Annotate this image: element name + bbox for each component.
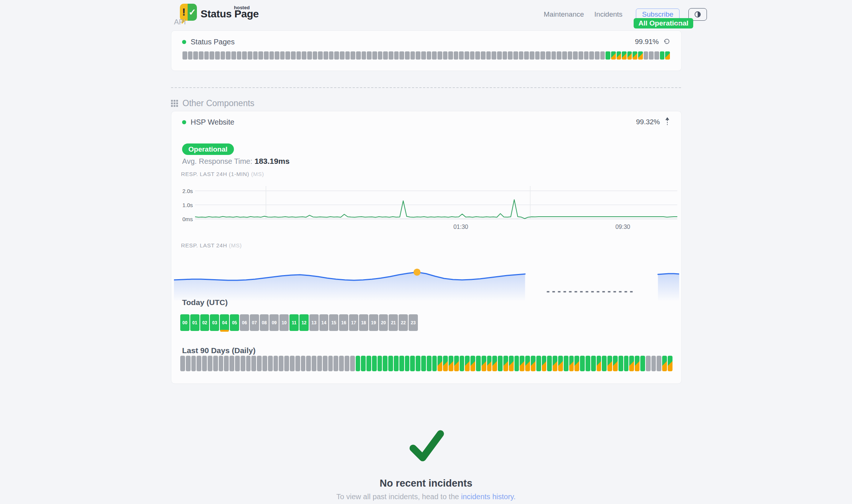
daily-bar[interactable] xyxy=(629,356,634,371)
uptime-bar[interactable] xyxy=(221,51,225,60)
daily-bar[interactable] xyxy=(597,356,601,371)
uptime-bar[interactable] xyxy=(557,51,561,60)
daily-bar[interactable] xyxy=(317,356,322,371)
incidents-history-link[interactable]: incidents history. xyxy=(461,493,516,501)
daily-bar[interactable] xyxy=(345,356,349,371)
daily-bar[interactable] xyxy=(235,356,240,371)
uptime-bar[interactable] xyxy=(459,51,464,60)
daily-bar[interactable] xyxy=(668,356,672,371)
daily-bar[interactable] xyxy=(229,356,234,371)
uptime-bar[interactable] xyxy=(345,51,350,60)
daily-bar[interactable] xyxy=(432,356,437,371)
uptime-bar[interactable] xyxy=(421,51,426,60)
uptime-bar[interactable] xyxy=(654,51,659,60)
daily-bar[interactable] xyxy=(503,356,508,371)
daily-bar[interactable] xyxy=(520,356,524,371)
uptime-bar[interactable] xyxy=(269,51,274,60)
uptime-bar[interactable] xyxy=(519,51,524,60)
uptime-bar[interactable] xyxy=(606,51,610,60)
daily-bar[interactable] xyxy=(350,356,355,371)
daily-bar[interactable] xyxy=(657,356,661,371)
uptime-bar[interactable] xyxy=(633,51,637,60)
uptime-bar[interactable] xyxy=(389,51,393,60)
uptime-bar[interactable] xyxy=(665,51,670,60)
uptime-bar[interactable] xyxy=(427,51,432,60)
daily-bar[interactable] xyxy=(437,356,442,371)
daily-bar[interactable] xyxy=(306,356,311,371)
uptime-bar[interactable] xyxy=(285,51,290,60)
uptime-bar[interactable] xyxy=(399,51,404,60)
daily-bar[interactable] xyxy=(635,356,640,371)
hour-block[interactable]: 11 xyxy=(289,314,299,331)
uptime-bar[interactable] xyxy=(448,51,453,60)
daily-bar[interactable] xyxy=(470,356,475,371)
uptime-bar[interactable] xyxy=(410,51,415,60)
hour-block[interactable]: 20 xyxy=(379,314,388,331)
hour-block[interactable]: 13 xyxy=(309,314,319,331)
daily-bar[interactable] xyxy=(323,356,328,371)
daily-bar[interactable] xyxy=(558,356,563,371)
daily-bar[interactable] xyxy=(421,356,426,371)
nav-maintenance[interactable]: Maintenance xyxy=(541,9,586,20)
daily-bar[interactable] xyxy=(569,356,574,371)
uptime-bar[interactable] xyxy=(513,51,518,60)
uptime-bar[interactable] xyxy=(193,51,198,60)
daily-bar[interactable] xyxy=(591,356,596,371)
daily-bar[interactable] xyxy=(536,356,541,371)
daily-bar[interactable] xyxy=(492,356,497,371)
uptime-bar[interactable] xyxy=(578,51,583,60)
uptime-bar[interactable] xyxy=(405,51,410,60)
nav-incidents[interactable]: Incidents xyxy=(592,9,625,20)
daily-bar[interactable] xyxy=(262,356,267,371)
daily-bar[interactable] xyxy=(361,356,366,371)
daily-bar[interactable] xyxy=(388,356,393,371)
uptime-bar[interactable] xyxy=(617,51,621,60)
hour-block[interactable]: 18 xyxy=(359,314,368,331)
uptime-bar[interactable] xyxy=(199,51,204,60)
daily-bar[interactable] xyxy=(383,356,388,371)
uptime-bar[interactable] xyxy=(503,51,507,60)
daily-bar[interactable] xyxy=(405,356,410,371)
daily-bar[interactable] xyxy=(301,356,306,371)
uptime-bar[interactable] xyxy=(209,51,214,60)
uptime-bar[interactable] xyxy=(524,51,529,60)
daily-bar[interactable] xyxy=(476,356,481,371)
hour-block[interactable]: 14 xyxy=(319,314,329,331)
daily-bar[interactable] xyxy=(180,356,185,371)
daily-bar[interactable] xyxy=(465,356,470,371)
uptime-bar[interactable] xyxy=(508,51,513,60)
daily-bar[interactable] xyxy=(542,356,547,371)
daily-bar[interactable] xyxy=(279,356,284,371)
hour-block[interactable]: 12 xyxy=(299,314,309,331)
daily-bar[interactable] xyxy=(257,356,262,371)
uptime-bar[interactable] xyxy=(481,51,486,60)
hour-block[interactable]: 16 xyxy=(339,314,348,331)
daily-bar[interactable] xyxy=(427,356,432,371)
hour-block[interactable]: 07 xyxy=(250,314,259,331)
daily-bar[interactable] xyxy=(208,356,212,371)
daily-bar[interactable] xyxy=(366,356,371,371)
daily-bar[interactable] xyxy=(213,356,218,371)
uptime-bar[interactable] xyxy=(291,51,296,60)
uptime-bar[interactable] xyxy=(595,51,600,60)
uptime-bar[interactable] xyxy=(486,51,491,60)
uptime-bar[interactable] xyxy=(568,51,573,60)
daily-bar[interactable] xyxy=(416,356,420,371)
daily-bar[interactable] xyxy=(399,356,404,371)
uptime-bar[interactable] xyxy=(302,51,306,60)
uptime-bar[interactable] xyxy=(432,51,437,60)
uptime-bar[interactable] xyxy=(204,51,209,60)
daily-bar[interactable] xyxy=(487,356,492,371)
uptime-bar[interactable] xyxy=(383,51,388,60)
daily-bar[interactable] xyxy=(219,356,224,371)
uptime-bar[interactable] xyxy=(182,51,187,60)
daily-bar[interactable] xyxy=(646,356,651,371)
uptime-bar[interactable] xyxy=(540,51,545,60)
uptime-bar[interactable] xyxy=(378,51,383,60)
daily-bar[interactable] xyxy=(333,356,338,371)
uptime-bar[interactable] xyxy=(329,51,334,60)
uptime-bar[interactable] xyxy=(644,51,648,60)
daily-bar[interactable] xyxy=(498,356,503,371)
daily-bar[interactable] xyxy=(547,356,552,371)
hour-block[interactable]: 01 xyxy=(190,314,199,331)
